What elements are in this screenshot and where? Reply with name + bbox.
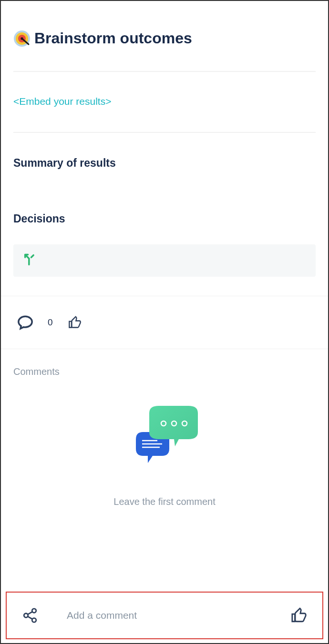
divider bbox=[13, 71, 316, 72]
embed-results-link[interactable]: <Embed your results> bbox=[13, 96, 316, 107]
reactions-bar: 0 bbox=[1, 296, 328, 349]
target-icon bbox=[13, 30, 31, 47]
comments-label: Comments bbox=[13, 366, 316, 377]
svg-line-14 bbox=[28, 612, 32, 614]
split-arrow-icon bbox=[23, 253, 36, 266]
thumbs-up-icon[interactable] bbox=[291, 607, 307, 624]
comment-input[interactable] bbox=[67, 610, 262, 621]
thumbs-up-icon[interactable] bbox=[68, 316, 82, 329]
share-icon[interactable] bbox=[22, 607, 38, 624]
svg-point-11 bbox=[32, 609, 36, 613]
svg-line-15 bbox=[28, 616, 32, 619]
comment-count: 0 bbox=[48, 317, 53, 328]
comment-bubble-icon[interactable] bbox=[17, 314, 33, 331]
decision-box[interactable] bbox=[13, 244, 316, 277]
svg-point-4 bbox=[21, 38, 23, 40]
page-title: Brainstorm outcomes bbox=[34, 30, 192, 47]
svg-point-12 bbox=[24, 614, 28, 618]
empty-comments-state: Leave the first comment bbox=[13, 406, 316, 507]
comment-input-bar bbox=[6, 592, 323, 639]
decisions-heading: Decisions bbox=[13, 212, 316, 225]
summary-heading: Summary of results bbox=[13, 157, 316, 170]
svg-point-13 bbox=[32, 618, 36, 623]
divider bbox=[13, 132, 316, 133]
empty-comments-text: Leave the first comment bbox=[113, 496, 215, 507]
chat-bubbles-icon bbox=[131, 406, 198, 468]
